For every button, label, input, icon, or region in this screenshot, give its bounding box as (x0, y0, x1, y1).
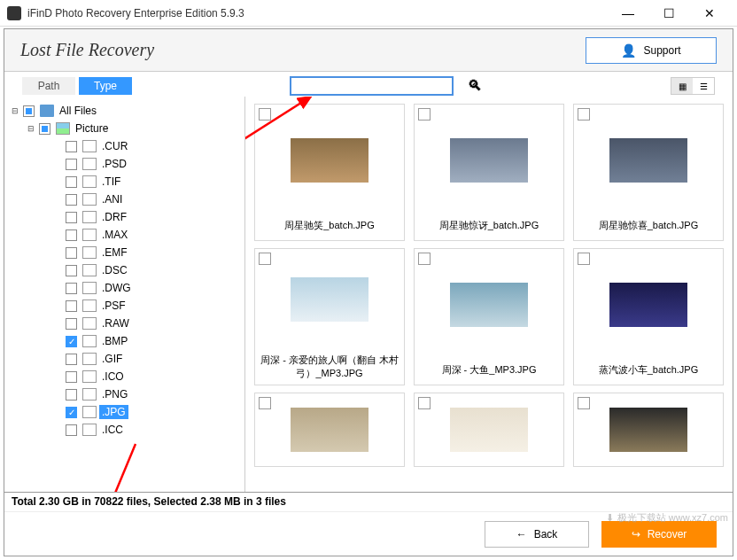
tree-ext-item[interactable]: .DRF (8, 208, 241, 226)
maximize-button[interactable]: ☐ (648, 0, 689, 27)
tree-label: .PSD (99, 157, 129, 171)
thumbnail-image (574, 105, 723, 215)
tree-label: .TIF (99, 175, 123, 189)
thumbnail-card[interactable] (573, 393, 724, 467)
checkbox[interactable] (66, 336, 77, 347)
tree-ext-item[interactable]: .ANI (8, 191, 241, 208)
collapse-icon[interactable]: ⊟ (10, 106, 20, 115)
thumbnail-checkbox[interactable] (259, 253, 271, 265)
tree-ext-item[interactable]: .TIF (8, 173, 241, 191)
thumbnail-checkbox[interactable] (418, 108, 431, 121)
checkbox[interactable] (66, 141, 77, 152)
checkbox[interactable] (66, 318, 77, 330)
checkbox[interactable] (66, 300, 77, 312)
tree-label: .ICO (99, 369, 127, 384)
tree-ext-item[interactable]: .PSF (8, 297, 241, 315)
tree-label: .DRF (99, 210, 129, 224)
tree-label: .GIF (99, 352, 125, 366)
checkbox[interactable] (39, 123, 50, 135)
tree-ext-item[interactable]: .BMP (8, 332, 241, 350)
tree-label: .DWG (99, 281, 134, 295)
tree-root[interactable]: ⊟ All Files (8, 102, 241, 120)
checkbox[interactable] (66, 212, 77, 223)
checkbox[interactable] (66, 229, 77, 241)
thumbnail-checkbox[interactable] (578, 397, 590, 409)
checkbox[interactable] (66, 424, 77, 436)
tree-ext-item[interactable]: .DWG (8, 279, 241, 297)
tree-ext-item[interactable]: .MAX (8, 226, 241, 244)
tree-label: .DSC (99, 263, 130, 277)
checkbox[interactable] (66, 354, 77, 365)
recover-button[interactable]: ↪ Recover (601, 521, 717, 548)
folder-icon (40, 105, 54, 117)
view-grid-button[interactable]: ▦ (671, 78, 693, 94)
file-icon (82, 211, 97, 223)
picture-icon (56, 122, 70, 135)
thumbnail-card[interactable]: 周星驰惊喜_batch.JPG (573, 104, 724, 241)
thumbnail-image (255, 393, 404, 466)
thumbnail-card[interactable]: 周星驰惊讶_batch.JPG (414, 104, 564, 241)
checkbox[interactable] (66, 194, 77, 206)
user-icon: 👤 (621, 43, 636, 58)
tree-ext-item[interactable]: .DSC (8, 261, 241, 279)
collapse-icon[interactable]: ⊟ (26, 124, 36, 133)
checkbox[interactable] (66, 283, 77, 294)
tree-category-picture[interactable]: ⊟ Picture (8, 120, 241, 137)
checkbox[interactable] (66, 371, 77, 383)
thumbnail-checkbox[interactable] (418, 253, 431, 265)
arrow-left-icon: ← (516, 528, 527, 541)
search-input[interactable] (290, 76, 454, 96)
search-button[interactable]: 🔍︎ (464, 76, 485, 96)
thumbnail-card[interactable]: 蒸汽波小车_batch.JPG (573, 248, 724, 385)
tree-label: .ANI (99, 192, 125, 206)
tree-label: Picture (73, 121, 111, 136)
checkbox[interactable] (66, 389, 77, 401)
tree-ext-item[interactable]: .PNG (8, 385, 241, 403)
titlebar: iFinD Photo Recovery Enterprise Edition … (0, 0, 737, 27)
close-button[interactable]: ✕ (689, 0, 730, 27)
tree-label: All Files (57, 104, 99, 118)
tree-ext-item[interactable]: .GIF (8, 350, 241, 368)
thumbnail-card[interactable]: 周深 - 大鱼_MP3.JPG (414, 248, 564, 385)
support-button[interactable]: 👤 Support (586, 37, 717, 64)
checkbox[interactable] (66, 407, 77, 418)
file-icon (82, 175, 97, 188)
svg-line-1 (97, 444, 136, 492)
thumbnail-checkbox[interactable] (418, 397, 431, 409)
checkbox[interactable] (66, 159, 77, 170)
tree-ext-item[interactable]: .JPG (8, 403, 241, 421)
thumbnail-checkbox[interactable] (578, 108, 590, 121)
tab-path[interactable]: Path (22, 77, 75, 95)
tree-ext-item[interactable]: .ICO (8, 368, 241, 385)
thumbnail-checkbox[interactable] (578, 253, 590, 265)
status-bar: Total 2.30 GB in 70822 files, Selected 2… (4, 492, 733, 511)
thumbnail-image (415, 249, 563, 360)
thumbnail-card[interactable]: 周深 - 亲爱的旅人啊（翻自 木村弓）_MP3.JPG (254, 248, 405, 385)
tree-label: .RAW (99, 316, 132, 331)
thumbnail-checkbox[interactable] (259, 108, 271, 121)
tree-ext-item[interactable]: .ICC (8, 421, 241, 439)
tab-type[interactable]: Type (79, 77, 132, 95)
thumbnail-image (574, 393, 723, 466)
checkbox[interactable] (23, 105, 35, 117)
thumbnail-checkbox[interactable] (259, 397, 271, 409)
file-icon (82, 246, 97, 259)
file-icon (82, 388, 97, 401)
tree-label: .CUR (99, 139, 130, 153)
export-icon: ↪ (632, 528, 640, 541)
checkbox[interactable] (66, 247, 77, 259)
thumbnail-card[interactable] (414, 393, 564, 467)
checkbox[interactable] (66, 265, 77, 276)
checkbox[interactable] (66, 176, 77, 188)
back-button[interactable]: ← Back (485, 521, 589, 548)
thumbnail-card[interactable] (254, 393, 405, 467)
tree-ext-item[interactable]: .CUR (8, 137, 241, 155)
thumbnail-card[interactable]: 周星驰笑_batch.JPG (254, 104, 405, 241)
tree-ext-item[interactable]: .EMF (8, 244, 241, 261)
tree-ext-item[interactable]: .PSD (8, 155, 241, 173)
tree-ext-item[interactable]: .RAW (8, 315, 241, 332)
toolbar: Path Type 🔍︎ ▦ ☰ (4, 72, 733, 97)
view-list-button[interactable]: ☰ (693, 78, 714, 94)
file-icon (82, 317, 97, 330)
minimize-button[interactable]: — (608, 0, 648, 27)
